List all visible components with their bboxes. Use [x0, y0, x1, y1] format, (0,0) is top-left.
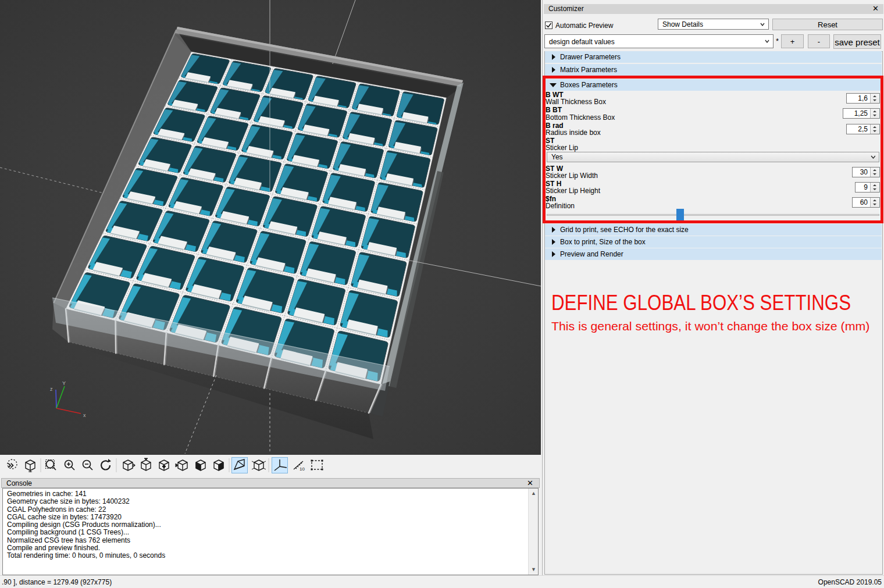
svg-text:Y: Y	[62, 380, 66, 386]
svg-text:z: z	[50, 386, 53, 392]
svg-text:x: x	[83, 412, 86, 418]
svg-text:10: 10	[300, 466, 305, 472]
